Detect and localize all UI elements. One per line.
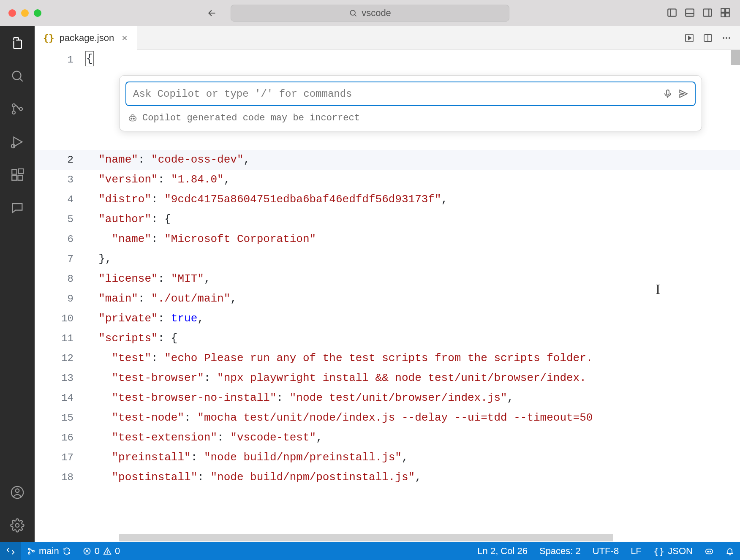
line-number: 10 bbox=[35, 309, 85, 329]
horizontal-scrollbar[interactable] bbox=[119, 534, 613, 541]
copilot-input[interactable] bbox=[132, 88, 658, 100]
more-actions-icon[interactable] bbox=[721, 33, 732, 43]
minimap[interactable] bbox=[731, 50, 740, 542]
svg-rect-18 bbox=[12, 175, 16, 180]
send-icon[interactable] bbox=[678, 88, 689, 99]
editor-tab-bar: {} package.json bbox=[35, 26, 740, 50]
svg-rect-42 bbox=[706, 549, 713, 554]
svg-rect-33 bbox=[129, 116, 136, 121]
copilot-icon bbox=[128, 114, 137, 123]
line-number: 16 bbox=[35, 428, 85, 448]
maximize-window-button[interactable] bbox=[34, 9, 41, 17]
svg-rect-5 bbox=[703, 9, 712, 16]
svg-rect-19 bbox=[18, 175, 22, 180]
svg-rect-3 bbox=[686, 9, 694, 16]
svg-point-0 bbox=[350, 10, 355, 15]
svg-rect-8 bbox=[726, 8, 729, 12]
svg-rect-20 bbox=[19, 169, 23, 174]
search-activity-icon[interactable] bbox=[9, 68, 26, 84]
toggle-panel-button[interactable] bbox=[684, 7, 696, 19]
svg-rect-1 bbox=[668, 9, 676, 16]
window-controls bbox=[8, 9, 41, 17]
remote-indicator[interactable] bbox=[0, 542, 21, 560]
chat-icon[interactable] bbox=[9, 199, 26, 216]
line-number: 17 bbox=[35, 448, 85, 468]
svg-point-23 bbox=[16, 524, 19, 527]
run-debug-icon[interactable] bbox=[9, 133, 26, 150]
cursor-position-status[interactable]: Ln 2, Col 26 bbox=[471, 542, 533, 560]
nav-back-button[interactable] bbox=[206, 7, 218, 19]
run-file-icon[interactable] bbox=[684, 33, 694, 43]
copilot-status-icon[interactable] bbox=[699, 542, 720, 560]
line-number: 12 bbox=[35, 348, 85, 368]
status-bar: main 0 0 Ln 2, Col 26 Spaces: 2 UTF-8 LF… bbox=[0, 542, 740, 560]
problems-status[interactable]: 0 0 bbox=[77, 542, 126, 560]
line-number: 8 bbox=[35, 269, 85, 289]
line-number: 7 bbox=[35, 249, 85, 269]
split-editor-icon[interactable] bbox=[703, 33, 713, 43]
copilot-input-row bbox=[125, 82, 696, 106]
svg-point-34 bbox=[131, 118, 132, 119]
line-number: 11 bbox=[35, 329, 85, 348]
line-number: 5 bbox=[35, 209, 85, 229]
svg-point-37 bbox=[28, 552, 30, 554]
settings-gear-icon[interactable] bbox=[9, 517, 26, 534]
git-branch-status[interactable]: main bbox=[21, 542, 77, 560]
svg-point-43 bbox=[707, 551, 709, 552]
command-center[interactable]: vscode bbox=[231, 5, 509, 22]
customize-layout-button[interactable] bbox=[720, 7, 732, 19]
line-number: 13 bbox=[35, 368, 85, 388]
close-window-button[interactable] bbox=[8, 9, 16, 17]
command-center-text: vscode bbox=[362, 8, 391, 19]
line-number: 14 bbox=[35, 388, 85, 408]
extensions-icon[interactable] bbox=[9, 166, 26, 183]
indentation-status[interactable]: Spaces: 2 bbox=[533, 542, 587, 560]
line-number: 2 bbox=[35, 150, 85, 170]
toggle-secondary-sidebar-button[interactable] bbox=[702, 7, 714, 19]
line-number: 1 bbox=[35, 50, 85, 70]
minimize-window-button[interactable] bbox=[21, 9, 29, 17]
sync-icon[interactable] bbox=[63, 547, 71, 555]
tab-label: package.json bbox=[60, 33, 114, 43]
svg-rect-10 bbox=[726, 13, 729, 17]
source-control-icon[interactable] bbox=[9, 101, 26, 117]
accounts-icon[interactable] bbox=[9, 484, 26, 501]
toggle-primary-sidebar-button[interactable] bbox=[667, 7, 678, 19]
editor-tab-package-json[interactable]: {} package.json bbox=[35, 26, 137, 50]
svg-point-22 bbox=[16, 489, 19, 493]
explorer-icon[interactable] bbox=[9, 35, 26, 52]
svg-point-36 bbox=[28, 548, 30, 550]
warning-count: 0 bbox=[115, 546, 120, 557]
svg-point-35 bbox=[133, 118, 134, 119]
line-number: 6 bbox=[35, 229, 85, 249]
minimap-viewport[interactable] bbox=[731, 50, 740, 65]
svg-point-41 bbox=[107, 552, 108, 553]
svg-rect-31 bbox=[667, 90, 669, 95]
notifications-icon[interactable] bbox=[720, 542, 740, 560]
layout-controls bbox=[667, 7, 732, 19]
branch-name: main bbox=[39, 546, 59, 557]
encoding-status[interactable]: UTF-8 bbox=[587, 542, 625, 560]
svg-point-13 bbox=[12, 111, 15, 114]
svg-rect-7 bbox=[721, 8, 725, 12]
error-icon bbox=[83, 547, 91, 555]
svg-point-30 bbox=[729, 37, 730, 39]
copilot-disclaimer: Copilot generated code may be incorrect bbox=[142, 113, 360, 123]
line-number: 4 bbox=[35, 190, 85, 209]
json-file-icon: {} bbox=[43, 33, 54, 43]
close-tab-button[interactable] bbox=[121, 34, 128, 42]
eol-status[interactable]: LF bbox=[625, 542, 648, 560]
line-number: 3 bbox=[35, 170, 85, 190]
code-editor[interactable]: 1 { 2 "name": "code-oss-dev", 3 "version… bbox=[35, 50, 740, 542]
microphone-icon[interactable] bbox=[663, 89, 673, 99]
line-number: 15 bbox=[35, 408, 85, 428]
svg-point-14 bbox=[19, 107, 22, 110]
svg-rect-17 bbox=[12, 169, 16, 174]
svg-point-38 bbox=[33, 550, 34, 552]
language-mode-status[interactable]: {} JSON bbox=[648, 542, 699, 560]
svg-point-29 bbox=[726, 37, 727, 39]
copilot-inline-chat: Copilot generated code may be incorrect bbox=[119, 75, 702, 131]
title-bar: vscode bbox=[0, 0, 740, 26]
line-number: 18 bbox=[35, 468, 85, 487]
svg-point-11 bbox=[13, 71, 21, 80]
